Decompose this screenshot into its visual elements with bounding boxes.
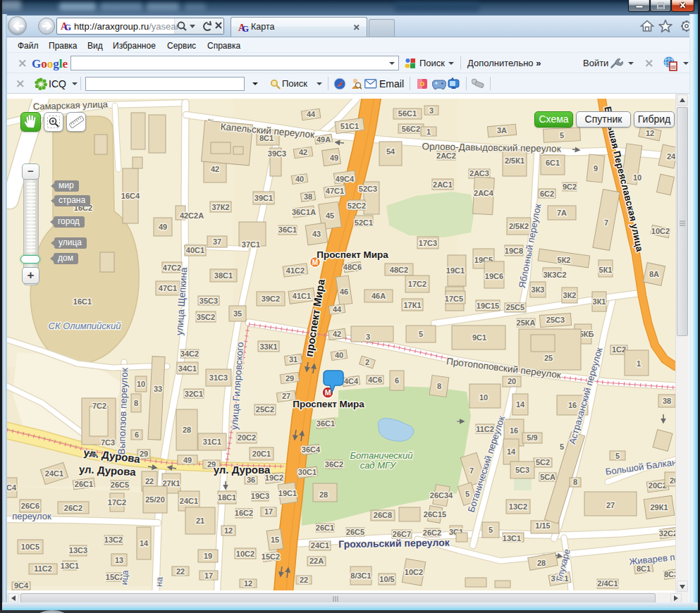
svg-text:13С3: 13С3 xyxy=(69,546,87,555)
svg-text:27: 27 xyxy=(606,501,615,509)
svg-text:25/20: 25/20 xyxy=(145,495,165,504)
svg-text:39С2: 39С2 xyxy=(262,295,280,303)
svg-text:G: G xyxy=(242,23,249,33)
svg-text:13С2: 13С2 xyxy=(104,535,123,544)
svg-text:46А: 46А xyxy=(372,292,386,300)
svg-text:3: 3 xyxy=(366,333,370,341)
svg-text:47С1: 47С1 xyxy=(326,187,344,195)
svg-text:42: 42 xyxy=(211,165,219,173)
svg-text:14: 14 xyxy=(516,400,525,409)
svg-text:17К1: 17К1 xyxy=(403,301,421,309)
svg-text:51С1: 51С1 xyxy=(340,122,359,130)
svg-text:40: 40 xyxy=(335,351,343,359)
svg-text:5: 5 xyxy=(560,442,564,451)
svg-text:48С6: 48С6 xyxy=(343,263,362,271)
svg-text:5С2: 5С2 xyxy=(536,458,550,466)
svg-text:42: 42 xyxy=(333,330,341,338)
svg-text:37К2: 37К2 xyxy=(211,203,229,211)
svg-text:17: 17 xyxy=(264,507,273,516)
svg-text:сад МГУ: сад МГУ xyxy=(360,460,397,471)
svg-text:Ботанический: Ботанический xyxy=(350,450,413,461)
svg-text:17С2: 17С2 xyxy=(408,280,426,288)
svg-text:25С2: 25С2 xyxy=(256,405,274,414)
svg-text:10/5: 10/5 xyxy=(379,575,394,583)
svg-text:12: 12 xyxy=(224,526,233,535)
svg-text:10С2: 10С2 xyxy=(236,550,254,558)
svg-text:16С2: 16С2 xyxy=(235,509,253,517)
svg-text:10: 10 xyxy=(137,380,145,388)
svg-text:19С6: 19С6 xyxy=(485,272,503,280)
svg-text:36: 36 xyxy=(247,476,255,484)
svg-text:19С8: 19С8 xyxy=(505,247,523,255)
svg-text:5: 5 xyxy=(615,452,620,460)
svg-text:13С2: 13С2 xyxy=(509,502,527,511)
svg-text:7А: 7А xyxy=(557,209,567,217)
svg-text:39С3: 39С3 xyxy=(268,149,286,158)
svg-text:4С4: 4С4 xyxy=(344,377,359,385)
svg-text:34С2: 34С2 xyxy=(180,349,199,358)
svg-text:14: 14 xyxy=(140,539,149,547)
svg-text:14: 14 xyxy=(507,447,516,456)
svg-text:7: 7 xyxy=(604,218,608,227)
svg-text:32С1: 32С1 xyxy=(185,390,203,398)
svg-text:52С2: 52С2 xyxy=(348,202,366,210)
svg-text:3К2: 3К2 xyxy=(563,291,577,299)
svg-text:39С1: 39С1 xyxy=(254,194,273,202)
svg-text:49: 49 xyxy=(183,456,192,464)
svg-text:7С3: 7С3 xyxy=(101,438,115,447)
svg-text:16С4: 16С4 xyxy=(121,192,140,200)
svg-text:9С4: 9С4 xyxy=(14,581,29,590)
svg-text:2/4С1: 2/4С1 xyxy=(597,579,618,588)
svg-text:54: 54 xyxy=(386,147,395,156)
svg-text:22: 22 xyxy=(145,477,154,485)
svg-text:16С1: 16С1 xyxy=(73,297,92,306)
svg-text:24: 24 xyxy=(667,152,675,161)
svg-text:36С1А: 36С1А xyxy=(292,208,316,216)
svg-text:29: 29 xyxy=(285,374,294,383)
svg-text:12: 12 xyxy=(244,579,252,588)
svg-text:19С3: 19С3 xyxy=(251,492,269,500)
svg-text:8/3С1: 8/3С1 xyxy=(350,571,371,580)
svg-text:8: 8 xyxy=(573,478,577,486)
svg-text:СК Олимпийский: СК Олимпийский xyxy=(49,321,121,331)
svg-text:18С1: 18С1 xyxy=(218,493,236,502)
svg-text:43: 43 xyxy=(312,230,321,238)
svg-text:31С3: 31С3 xyxy=(209,373,228,382)
svg-text:8С3: 8С3 xyxy=(664,570,675,578)
svg-text:34С1: 34С1 xyxy=(178,364,197,373)
svg-text:49А: 49А xyxy=(317,135,331,144)
svg-text:8А: 8А xyxy=(649,270,659,278)
svg-text:←: ← xyxy=(207,113,215,123)
svg-text:44: 44 xyxy=(307,110,316,118)
svg-text:13: 13 xyxy=(115,556,123,564)
svg-text:ица: ица xyxy=(119,569,130,585)
svg-text:2: 2 xyxy=(365,358,369,366)
svg-text:2АС4: 2АС4 xyxy=(474,189,494,197)
svg-text:7: 7 xyxy=(469,466,474,475)
svg-text:40С1: 40С1 xyxy=(186,246,204,254)
svg-text:42С2А: 42С2А xyxy=(180,211,204,220)
svg-text:19: 19 xyxy=(204,552,212,560)
svg-text:5: 5 xyxy=(489,526,493,534)
svg-text:9: 9 xyxy=(594,164,598,173)
svg-text:26С1: 26С1 xyxy=(75,480,93,488)
svg-text:24С1: 24С1 xyxy=(311,541,329,550)
svg-text:1/15: 1/15 xyxy=(535,521,550,530)
svg-text:26С6: 26С6 xyxy=(21,502,39,510)
svg-text:Проспект Мира: Проспект Мира xyxy=(317,249,388,260)
svg-text:38С1: 38С1 xyxy=(214,271,233,280)
svg-text:20: 20 xyxy=(670,476,675,485)
svg-text:20: 20 xyxy=(508,377,516,385)
svg-text:25КА: 25КА xyxy=(517,318,536,327)
svg-text:17С5: 17С5 xyxy=(445,295,463,303)
svg-text:G: G xyxy=(64,22,71,32)
svg-text:2/5К2: 2/5К2 xyxy=(509,222,529,230)
svg-text:5: 5 xyxy=(560,131,564,140)
svg-text:13С1: 13С1 xyxy=(61,562,79,570)
svg-text:10С2: 10С2 xyxy=(405,568,423,576)
svg-text:16: 16 xyxy=(510,426,518,435)
svg-text:44: 44 xyxy=(333,305,342,314)
svg-text:42: 42 xyxy=(299,148,307,156)
svg-text:27: 27 xyxy=(282,392,290,400)
svg-text:32С2: 32С2 xyxy=(659,529,675,538)
